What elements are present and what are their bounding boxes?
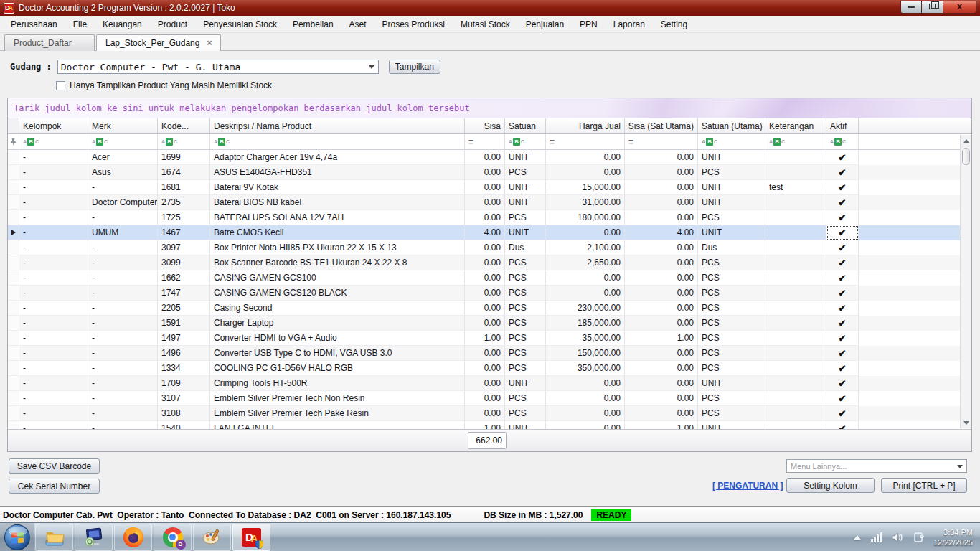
cell-satuan_utama[interactable]: UNIT [698, 421, 765, 429]
cell-kode[interactable]: 1709 [158, 376, 210, 391]
cell-sisa[interactable]: 0.00 [465, 391, 505, 406]
cell-satuan[interactable]: UNIT [505, 180, 546, 195]
stock-filter-checkbox[interactable] [56, 81, 65, 90]
cell-satuan_utama[interactable]: PCS [698, 406, 765, 421]
cell-aktif[interactable]: ✔ [826, 180, 859, 195]
cell-merk[interactable]: Doctor Computer [88, 195, 158, 210]
cell-satuan[interactable]: PCS [505, 406, 546, 421]
cell-kode[interactable]: 3107 [158, 391, 210, 406]
cell-merk[interactable]: - [88, 270, 158, 286]
tab-close-icon[interactable]: × [207, 39, 212, 47]
filter-cell-merk[interactable]: ABC [88, 134, 158, 149]
cell-satuan_utama[interactable]: PCS [698, 346, 765, 361]
table-row[interactable]: -Doctor Computer2735Baterai BIOS NB kabe… [8, 195, 971, 210]
column-header-satuan[interactable]: Satuan [505, 118, 546, 133]
column-header-keterangan[interactable]: Keterangan [765, 118, 826, 133]
cell-aktif[interactable]: ✔ [826, 150, 859, 165]
cell-deskripsi[interactable]: Batre CMOS Kecil [210, 225, 465, 240]
cell-sisa[interactable]: 0.00 [465, 376, 505, 391]
cell-keterangan[interactable] [765, 195, 826, 210]
cell-harga_jual[interactable]: 0.00 [546, 421, 625, 429]
cell-sisa_sat_utama[interactable]: 0.00 [625, 391, 698, 406]
cell-kelompok[interactable]: - [19, 210, 88, 225]
cell-satuan[interactable]: PCS [505, 255, 546, 270]
firefox-icon[interactable] [114, 524, 152, 551]
table-row[interactable]: --3108Emblem Silver Premier Tech Pake Re… [8, 406, 971, 421]
cell-satuan_utama[interactable]: PCS [698, 391, 765, 406]
cell-aktif[interactable]: ✔ [826, 346, 859, 361]
cell-kode[interactable]: 2205 [158, 301, 210, 316]
filter-cell-kode[interactable]: ABC [158, 134, 210, 149]
cell-kode[interactable]: 3097 [158, 240, 210, 255]
cell-sisa[interactable]: 1.00 [465, 331, 505, 346]
cell-kelompok[interactable]: - [19, 255, 88, 270]
cell-sisa[interactable]: 0.00 [465, 301, 505, 316]
cell-sisa_sat_utama[interactable]: 0.00 [625, 240, 698, 255]
cell-satuan[interactable]: PCS [505, 331, 546, 346]
cell-kode[interactable]: 3108 [158, 406, 210, 421]
cell-merk[interactable]: Acer [88, 150, 158, 165]
cell-sisa_sat_utama[interactable]: 0.00 [625, 316, 698, 331]
scrollbar-thumb[interactable] [962, 148, 970, 165]
table-row[interactable]: --3107Emblem Silver Premier Tech Non Res… [8, 391, 971, 406]
cell-keterangan[interactable]: test [765, 180, 826, 195]
column-header-kelompok[interactable]: Kelompok [19, 118, 88, 133]
cell-harga_jual[interactable]: 31,000.00 [546, 195, 625, 210]
cell-merk[interactable]: - [88, 240, 158, 255]
cell-satuan[interactable]: PCS [505, 391, 546, 406]
cell-kode[interactable]: 1699 [158, 150, 210, 165]
cell-harga_jual[interactable]: 0.00 [546, 286, 625, 301]
table-row[interactable]: --1540FAN LGA INTEL1.00UNIT0.001.00UNIT✔ [8, 421, 971, 429]
scroll-down-button[interactable] [961, 417, 972, 428]
table-row[interactable]: --2205Casing Second0.00PCS230,000.000.00… [8, 301, 971, 316]
filter-cell-aktif[interactable]: ABC [826, 134, 859, 149]
cell-kode[interactable]: 2735 [158, 195, 210, 210]
cell-keterangan[interactable] [765, 286, 826, 301]
save-csv-barcode-button[interactable]: Save CSV Barcode [9, 458, 100, 474]
cell-aktif[interactable]: ✔ [826, 331, 859, 346]
cell-satuan[interactable]: UNIT [505, 376, 546, 391]
cell-satuan_utama[interactable]: PCS [698, 301, 765, 316]
cell-harga_jual[interactable]: 150,000.00 [546, 346, 625, 361]
column-header-merk[interactable]: Merk [88, 118, 158, 133]
cell-satuan[interactable]: UNIT [505, 195, 546, 210]
cell-kode[interactable]: 1496 [158, 346, 210, 361]
table-row[interactable]: --1334COOLING PC G1-D56V HALO RGB0.00PCS… [8, 361, 971, 376]
cell-kelompok[interactable]: - [19, 301, 88, 316]
cell-satuan[interactable]: PCS [505, 270, 546, 286]
cell-satuan[interactable]: PCS [505, 210, 546, 225]
filter-cell-sisa[interactable]: = [465, 134, 505, 149]
menu-item-proses-produksi[interactable]: Proses Produksi [374, 17, 453, 32]
doctor-accounting-icon[interactable]: DA [232, 524, 270, 551]
filter-cell-deskripsi[interactable]: ABC [210, 134, 465, 149]
cell-keterangan[interactable] [765, 316, 826, 331]
cell-sisa[interactable]: 0.00 [465, 346, 505, 361]
network-signal-icon[interactable] [871, 532, 882, 542]
cell-sisa_sat_utama[interactable]: 0.00 [625, 210, 698, 225]
cell-satuan_utama[interactable]: Dus [698, 240, 765, 255]
cell-satuan[interactable]: UNIT [505, 225, 546, 240]
cell-aktif[interactable]: ✔ [826, 286, 859, 301]
cell-aktif[interactable]: ✔ [826, 316, 859, 331]
cell-kelompok[interactable]: - [19, 316, 88, 331]
cell-merk[interactable]: - [88, 331, 158, 346]
cell-satuan[interactable]: PCS [505, 316, 546, 331]
cell-kelompok[interactable]: - [19, 270, 88, 286]
filter-cell-satuan[interactable]: ABC [505, 134, 546, 149]
volume-icon[interactable] [892, 532, 903, 542]
cell-satuan_utama[interactable]: PCS [698, 255, 765, 270]
cell-sisa_sat_utama[interactable]: 0.00 [625, 286, 698, 301]
cell-sisa[interactable]: 0.00 [465, 150, 505, 165]
cell-harga_jual[interactable]: 0.00 [546, 376, 625, 391]
menu-item-product[interactable]: Product [150, 17, 195, 32]
cell-aktif[interactable]: ✔ [826, 361, 859, 376]
cell-deskripsi[interactable]: Baterai BIOS NB kabel [210, 195, 465, 210]
column-header-sisa_sat_utama[interactable]: Sisa (Sat Utama) [625, 118, 698, 133]
cell-satuan[interactable]: UNIT [505, 150, 546, 165]
filter-cell-keterangan[interactable]: ABC [765, 134, 826, 149]
cell-sisa[interactable]: 0.00 [465, 165, 505, 180]
cell-harga_jual[interactable]: 0.00 [546, 165, 625, 180]
cell-sisa_sat_utama[interactable]: 1.00 [625, 421, 698, 429]
cell-keterangan[interactable] [765, 150, 826, 165]
cell-satuan_utama[interactable]: PCS [698, 331, 765, 346]
